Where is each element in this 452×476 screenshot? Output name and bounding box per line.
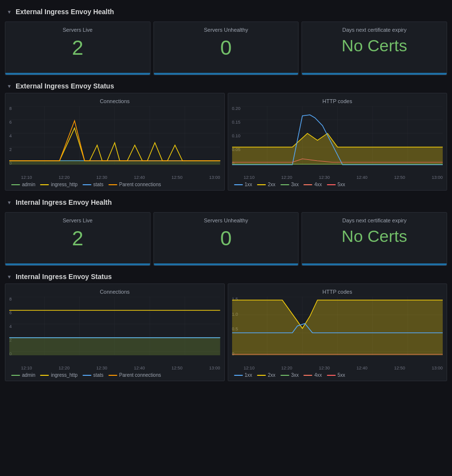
int-connections-svg [9, 297, 220, 365]
legend-label: 4xx [314, 372, 322, 378]
legend-label: stats [93, 182, 104, 187]
legend-admin: admin [11, 182, 35, 187]
legend-label: stats [93, 372, 104, 378]
int-conn-chart-content: 12:1012:2012:3012:4012:5013:00 [9, 297, 220, 370]
legend-parent-conn: Parent connections [108, 372, 161, 378]
internal-health-title: Internal Ingress Envoy Health [16, 198, 112, 206]
chevron-icon: ▼ [7, 9, 12, 15]
stat-card-bar [154, 263, 299, 265]
ext-connections-svg [9, 106, 220, 174]
legend-dot [11, 375, 20, 376]
legend-label: 1xx [245, 182, 253, 187]
int-http-panel: HTTP codes 1.51.00.50 [228, 283, 448, 381]
internal-status-header[interactable]: ▼ Internal Ingress Envoy Status [5, 270, 447, 283]
legend-label: 5xx [338, 372, 345, 378]
ext-conn-legend: admin ingress_http stats Parent connecti… [9, 182, 220, 187]
legend-5xx: 5xx [327, 182, 345, 187]
int-http-legend: 1xx 2xx 3xx 4xx 5xx [232, 372, 443, 378]
legend-dot [327, 375, 336, 376]
legend-4xx: 4xx [303, 372, 322, 378]
internal-health-cards: Servers Live 2 Servers Unhealthy 0 Days … [5, 212, 447, 266]
legend-dot [280, 184, 289, 185]
stat-card-bar [154, 73, 299, 75]
svg-marker-42 [232, 300, 443, 355]
external-status-title: External Ingress Envoy Status [16, 82, 114, 90]
legend-ingress-http: ingress_http [40, 182, 77, 187]
legend-admin: admin [11, 372, 35, 378]
legend-stats: stats [83, 182, 104, 187]
legend-label: admin [22, 372, 35, 378]
legend-dot [40, 375, 49, 376]
stat-card-value: 2 [12, 227, 143, 250]
chevron-icon: ▼ [7, 200, 12, 205]
stat-card-servers-unhealthy-int: Servers Unhealthy 0 [153, 212, 299, 266]
stat-card-value: 0 [161, 227, 292, 250]
legend-label: ingress_http [51, 182, 77, 187]
legend-label: 2xx [268, 182, 276, 187]
internal-health-header[interactable]: ▼ Internal Ingress Envoy Health [5, 195, 447, 209]
external-status-header[interactable]: ▼ External Ingress Envoy Status [5, 79, 447, 93]
ext-conn-chart-content: 12:1012:2012:3012:4012:5013:00 [9, 106, 220, 180]
int-connections-title: Connections [9, 289, 220, 295]
svg-marker-32 [9, 338, 220, 355]
int-http-chart-content: 12:1012:2012:3012:4012:5013:00 [232, 297, 443, 370]
int-connections-panel: Connections 86420 [5, 283, 225, 381]
svg-marker-10 [9, 161, 220, 165]
stat-card-value: No Certs [309, 37, 440, 55]
internal-status-title: Internal Ingress Envoy Status [16, 273, 112, 281]
legend-3xx: 3xx [280, 182, 299, 187]
stat-card-value: No Certs [309, 227, 440, 245]
legend-dot [40, 184, 49, 185]
legend-ingress-http: ingress_http [40, 372, 77, 378]
legend-5xx: 5xx [327, 372, 345, 378]
legend-label: admin [22, 182, 35, 187]
ext-connections-title: Connections [9, 98, 220, 104]
legend-dot [303, 184, 312, 185]
legend-label: ingress_http [51, 372, 77, 378]
legend-3xx: 3xx [280, 372, 299, 378]
legend-label: Parent connections [119, 372, 161, 378]
ext-http-x-labels: 12:1012:2012:3012:4012:5013:00 [232, 175, 443, 180]
int-conn-legend: admin ingress_http stats Parent connecti… [9, 372, 220, 378]
stat-card-bar [5, 263, 150, 265]
legend-dot [108, 184, 117, 185]
legend-stats: stats [83, 372, 104, 378]
int-http-svg [232, 297, 443, 365]
stat-card-title: Servers Unhealthy [161, 217, 292, 223]
legend-dot [234, 375, 243, 376]
stat-card-servers-live-int: Servers Live 2 [5, 212, 151, 266]
ext-http-title: HTTP codes [232, 98, 443, 104]
stat-card-bar [5, 73, 150, 75]
legend-dot [234, 184, 243, 185]
legend-dot [257, 375, 266, 376]
legend-dot [303, 375, 312, 376]
legend-dot [11, 184, 20, 185]
external-health-cards: Servers Live 2 Servers Unhealthy 0 Days … [5, 22, 447, 75]
stat-card-servers-unhealthy-ext: Servers Unhealthy 0 [153, 22, 299, 75]
legend-parent-conn: Parent connections [108, 182, 161, 187]
int-conn-x-labels: 12:1012:2012:3012:4012:5013:00 [9, 366, 220, 370]
stat-card-bar [302, 263, 447, 265]
stat-card-servers-live-ext: Servers Live 2 [5, 22, 151, 75]
ext-http-legend: 1xx 2xx 3xx 4xx 5xx [232, 182, 443, 187]
legend-label: Parent connections [119, 182, 161, 187]
legend-label: 1xx [245, 372, 253, 378]
legend-dot [83, 184, 91, 185]
legend-2xx: 2xx [257, 182, 276, 187]
external-health-title: External Ingress Envoy Health [16, 8, 114, 16]
legend-dot [327, 184, 336, 185]
legend-label: 3xx [291, 372, 299, 378]
stat-card-title: Days next certificate expiry [309, 27, 440, 33]
ext-http-panel: HTTP codes 0.200.150.100.050 [228, 93, 448, 191]
ext-http-svg [232, 106, 443, 174]
ext-conn-x-labels: 12:1012:2012:3012:4012:5013:00 [9, 175, 220, 180]
internal-status-charts: Connections 86420 [5, 283, 447, 381]
legend-label: 4xx [314, 182, 322, 187]
legend-dot [280, 375, 289, 376]
int-http-x-labels: 12:1012:2012:3012:4012:5013:00 [232, 366, 443, 370]
legend-label: 3xx [291, 182, 299, 187]
chevron-icon: ▼ [7, 274, 12, 280]
stat-card-cert-expiry-int: Days next certificate expiry No Certs [301, 212, 447, 266]
legend-label: 2xx [268, 372, 276, 378]
external-health-header[interactable]: ▼ External Ingress Envoy Health [5, 5, 447, 19]
